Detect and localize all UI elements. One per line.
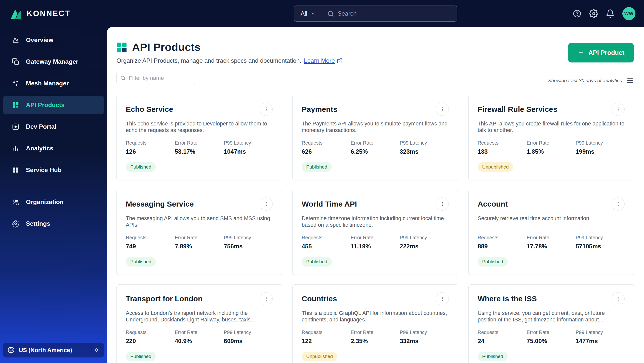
bell-icon[interactable] bbox=[606, 9, 615, 18]
main-panel: API Products Organize API Products, mana… bbox=[107, 27, 644, 363]
topbar: KONNECT All WW bbox=[0, 0, 644, 27]
sidebar-item-organization[interactable]: Organization bbox=[3, 193, 104, 211]
sidebar-item-gateway-manager[interactable]: Gateway Manager bbox=[3, 52, 104, 71]
overview-icon bbox=[12, 36, 19, 44]
plus-icon bbox=[578, 49, 584, 56]
kebab-icon bbox=[615, 201, 621, 207]
settings-icon bbox=[12, 220, 19, 227]
stat-requests: Requests 220 bbox=[126, 329, 175, 345]
stat-error-rate-value: 7.89% bbox=[175, 243, 224, 250]
search-scope-dropdown[interactable]: All bbox=[294, 6, 322, 21]
kebab-menu-button[interactable] bbox=[436, 197, 449, 211]
stat-p99-latency: P99 Latency 756ms bbox=[224, 235, 273, 250]
stat-p99-latency: P99 Latency 1047ms bbox=[224, 140, 273, 155]
kebab-menu-button[interactable] bbox=[612, 103, 625, 116]
kebab-menu-button[interactable] bbox=[436, 292, 449, 305]
api-product-card[interactable]: World Time API Determine timezone inform… bbox=[292, 190, 458, 275]
status-badge: Published bbox=[126, 257, 156, 267]
api-product-card[interactable]: Transport for London Access to London's … bbox=[116, 284, 282, 363]
status-badge: Published bbox=[126, 352, 156, 361]
avatar[interactable]: WW bbox=[622, 7, 635, 20]
stat-error-rate: Error Rate 40.9% bbox=[175, 329, 224, 345]
card-stats: Requests 126 Error Rate 53.17% P99 Laten… bbox=[126, 140, 273, 155]
card-title: Transport for London bbox=[126, 294, 203, 303]
kebab-menu-button[interactable] bbox=[260, 292, 273, 305]
region-selector[interactable]: US (North America) bbox=[3, 343, 104, 357]
brand-name: KONNECT bbox=[27, 9, 70, 18]
stat-requests-value: 133 bbox=[478, 148, 527, 155]
stat-error-rate: Error Rate 11.19% bbox=[351, 235, 400, 250]
page-title: API Products bbox=[132, 41, 200, 53]
stat-error-rate-value: 11.19% bbox=[351, 243, 400, 250]
sidebar-item-api-products[interactable]: API Products bbox=[3, 96, 104, 114]
api-product-card[interactable]: Payments The Payments API allows you to … bbox=[292, 95, 458, 180]
sidebar-item-settings[interactable]: Settings bbox=[3, 214, 104, 233]
stat-error-rate: Error Rate 53.17% bbox=[175, 140, 224, 155]
sidebar-item-mesh-manager[interactable]: Mesh Manager bbox=[3, 74, 104, 93]
kebab-menu-button[interactable] bbox=[612, 197, 625, 211]
card-stats: Requests 749 Error Rate 7.89% P99 Latenc… bbox=[126, 235, 273, 250]
search-input[interactable] bbox=[338, 10, 452, 17]
sidebar-item-dev-portal[interactable]: Dev Portal bbox=[3, 117, 104, 136]
sidebar-item-service-hub[interactable]: Service Hub bbox=[3, 161, 104, 179]
sidebar-item-analytics[interactable]: Analytics bbox=[3, 139, 104, 158]
card-stats: Requests 220 Error Rate 40.9% P99 Latenc… bbox=[126, 329, 273, 345]
gear-icon[interactable] bbox=[589, 9, 598, 18]
api-product-card[interactable]: Messaging Service The messaging API allo… bbox=[116, 190, 282, 275]
api-product-card[interactable]: Countries This is a public GraphQL API f… bbox=[292, 284, 458, 363]
menu-icon[interactable] bbox=[626, 77, 634, 84]
new-api-product-button[interactable]: API Product bbox=[568, 43, 634, 62]
filter-input[interactable] bbox=[129, 75, 201, 81]
kebab-menu-button[interactable] bbox=[612, 292, 625, 305]
card-title: Countries bbox=[302, 294, 337, 303]
search-icon bbox=[327, 10, 334, 17]
card-title: Payments bbox=[302, 105, 337, 114]
kebab-icon bbox=[439, 296, 445, 302]
stat-requests-value: 126 bbox=[126, 148, 175, 155]
learn-more-link[interactable]: Learn More bbox=[304, 57, 343, 64]
analytics-icon bbox=[12, 145, 19, 152]
stat-requests-value: 749 bbox=[126, 243, 175, 250]
api-product-card[interactable]: Account Securely retrieve real time acco… bbox=[468, 190, 634, 275]
globe-icon bbox=[7, 346, 15, 354]
api-product-card[interactable]: Firewall Rule Services This API allows y… bbox=[468, 95, 634, 180]
stat-error-rate: Error Rate 7.89% bbox=[175, 235, 224, 250]
service-hub-icon bbox=[12, 166, 19, 174]
stat-p99-latency-value: 1477ms bbox=[576, 338, 625, 345]
stat-requests: Requests 133 bbox=[478, 140, 527, 155]
help-icon[interactable] bbox=[573, 9, 582, 18]
kebab-menu-button[interactable] bbox=[260, 103, 273, 116]
sidebar-secondary-nav: Organization Settings bbox=[3, 193, 104, 233]
kebab-menu-button[interactable] bbox=[436, 103, 449, 116]
kebab-icon bbox=[615, 106, 621, 112]
card-description: Securely retrieve real time account info… bbox=[478, 215, 625, 228]
kebab-icon bbox=[263, 201, 269, 207]
api-products-grid: Echo Service This echo service is provid… bbox=[116, 95, 634, 363]
stat-p99-latency-value: 756ms bbox=[224, 243, 273, 250]
sidebar: Overview Gateway Manager Mesh Manager AP… bbox=[0, 27, 107, 363]
stat-requests-value: 626 bbox=[302, 148, 351, 155]
api-product-card[interactable]: Echo Service This echo service is provid… bbox=[116, 95, 282, 180]
stat-p99-latency-value: 609ms bbox=[224, 338, 273, 345]
sidebar-item-label: Overview bbox=[26, 37, 53, 44]
status-badge: Published bbox=[478, 352, 508, 361]
stat-error-rate-value: 75.00% bbox=[527, 338, 576, 345]
sidebar-item-overview[interactable]: Overview bbox=[3, 31, 104, 49]
organization-icon bbox=[12, 198, 19, 206]
stat-requests: Requests 889 bbox=[478, 235, 527, 250]
card-description: The Payments API allows you to simulate … bbox=[302, 120, 449, 134]
stat-p99-latency: P99 Latency 323ms bbox=[400, 140, 449, 155]
api-product-card[interactable]: Where is the ISS Using the service, you … bbox=[468, 284, 634, 363]
stat-requests-value: 24 bbox=[478, 338, 527, 345]
card-stats: Requests 889 Error Rate 17.78% P99 Laten… bbox=[478, 235, 625, 250]
kebab-menu-button[interactable] bbox=[260, 197, 273, 211]
kebab-icon bbox=[439, 106, 445, 112]
card-stats: Requests 626 Error Rate 6.25% P99 Latenc… bbox=[302, 140, 449, 155]
card-title: Messaging Service bbox=[126, 200, 194, 208]
card-title: Echo Service bbox=[126, 105, 173, 114]
stat-error-rate-value: 1.85% bbox=[527, 148, 576, 155]
stat-requests: Requests 749 bbox=[126, 235, 175, 250]
filter-search-icon bbox=[120, 75, 126, 81]
stat-error-rate: Error Rate 75.00% bbox=[527, 329, 576, 345]
konnect-logo[interactable]: KONNECT bbox=[10, 8, 70, 20]
